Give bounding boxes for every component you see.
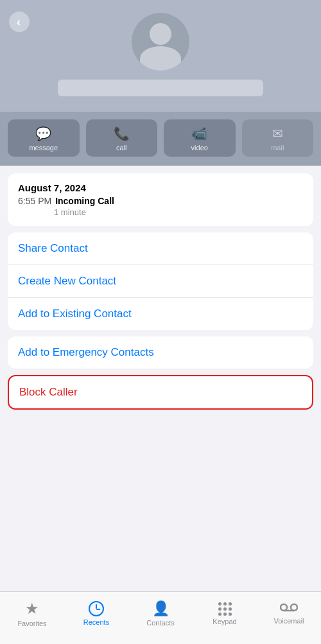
call-icon: 📞 <box>114 126 130 141</box>
call-log-card: August 7, 2024 6:55 PM Incoming Call 1 m… <box>8 173 313 226</box>
tab-bar: ★ Favorites Recents 👤 Contacts Keypad <box>0 591 321 644</box>
svg-point-0 <box>281 604 287 611</box>
create-new-contact-item[interactable]: Create New Contact <box>8 265 313 298</box>
tab-recents[interactable]: Recents <box>77 601 116 626</box>
call-label: call <box>116 144 127 152</box>
mail-label: mail <box>271 144 284 152</box>
message-label: message <box>29 144 58 152</box>
contact-name-bar <box>58 80 263 96</box>
contact-actions-card: Share Contact Create New Contact Add to … <box>8 232 313 330</box>
share-contact-item[interactable]: Share Contact <box>8 232 313 265</box>
block-caller-card: Block Caller <box>8 375 313 410</box>
mail-icon: ✉ <box>272 126 283 141</box>
recents-icon <box>89 601 104 616</box>
avatar <box>132 13 189 71</box>
add-emergency-contacts-item[interactable]: Add to Emergency Contacts <box>8 336 313 369</box>
tab-favorites[interactable]: ★ Favorites <box>13 600 51 627</box>
keypad-icon <box>218 602 232 616</box>
call-type: Incoming Call <box>55 196 114 206</box>
contacts-icon: 👤 <box>152 600 169 617</box>
back-button[interactable]: ‹ <box>9 12 30 32</box>
message-icon: 💬 <box>35 126 51 141</box>
block-caller-item[interactable]: Block Caller <box>9 376 312 408</box>
message-button[interactable]: 💬 message <box>8 119 80 157</box>
emergency-contacts-card: Add to Emergency Contacts <box>8 336 313 369</box>
favorites-icon: ★ <box>25 600 39 618</box>
call-button[interactable]: 📞 call <box>86 119 158 157</box>
voicemail-icon <box>280 602 298 615</box>
tab-keypad[interactable]: Keypad <box>205 602 244 625</box>
profile-header <box>0 0 321 112</box>
video-button[interactable]: 📹 video <box>164 119 236 157</box>
avatar-person-icon <box>132 13 189 71</box>
favorites-label: Favorites <box>17 620 46 627</box>
back-arrow-icon: ‹ <box>17 16 21 28</box>
recents-label: Recents <box>83 618 109 626</box>
mail-button[interactable]: ✉ mail <box>242 119 314 157</box>
voicemail-label: Voicemail <box>273 617 304 625</box>
add-to-existing-item[interactable]: Add to Existing Contact <box>8 298 313 330</box>
keypad-label: Keypad <box>213 618 236 625</box>
call-duration: 1 minute <box>18 207 303 217</box>
call-time: 6:55 PM <box>18 196 51 206</box>
video-label: video <box>191 144 208 152</box>
svg-point-1 <box>291 604 297 611</box>
action-buttons-row: 💬 message 📞 call 📹 video ✉ mail <box>0 112 321 166</box>
video-icon: 📹 <box>191 126 207 141</box>
call-date: August 7, 2024 <box>18 182 303 193</box>
contacts-label: Contacts <box>146 619 174 627</box>
tab-contacts[interactable]: 👤 Contacts <box>141 600 180 627</box>
tab-voicemail[interactable]: Voicemail <box>270 602 308 625</box>
